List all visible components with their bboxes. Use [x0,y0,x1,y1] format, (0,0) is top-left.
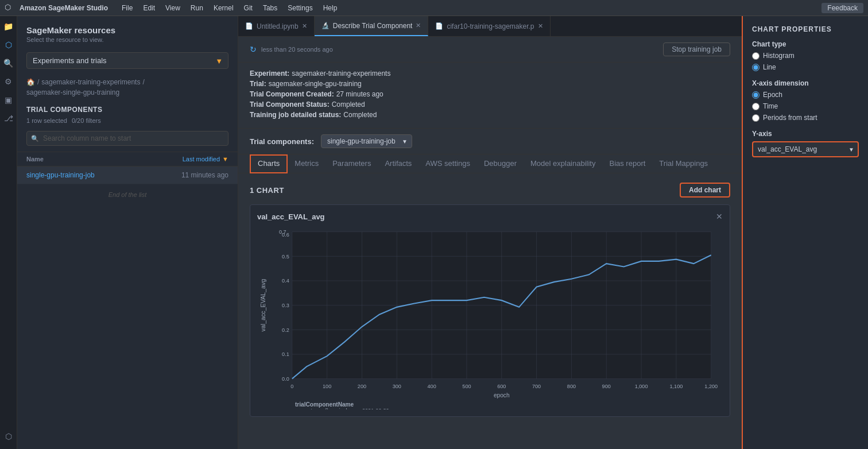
chart-container: 0.0 0.1 0.2 0.3 0.4 0.5 0.6 0.7 0 100 20… [257,226,723,409]
tab-cifar-label: cifar10-training-sagemaker.p [447,22,534,30]
refresh-label: less than 20 seconds ago [261,46,333,53]
inner-tab-artifacts[interactable]: Artifacts [378,154,418,173]
menu-items: File Edit View Run Kernel Git Tabs Setti… [117,3,342,13]
left-panel-header: SageMaker resources Select the resource … [17,16,238,48]
rail-icon-settings[interactable]: ⚙ [3,76,14,87]
time-label: Time [763,102,778,110]
menu-kernel[interactable]: Kernel [209,3,238,13]
end-of-list: End of the list [17,184,238,205]
breadcrumb-experiments[interactable]: sagemaker-training-experiments [41,78,140,86]
inner-tab-aws-settings[interactable]: AWS settings [418,154,477,173]
tab-untitled[interactable]: 📄 Untitled.ipynb ✕ [238,16,315,36]
trial-components-title: TRIAL COMPONENTS [26,106,228,114]
inner-tab-parameters[interactable]: Parameters [326,154,378,173]
svg-text:900: 900 [602,383,611,389]
created-value: 27 minutes ago [336,90,383,98]
main-container: 📁 ⬡ 🔍 ⚙ ▣ ⎇ ⬡ SageMaker resources Select… [0,16,868,449]
inner-tab-charts[interactable]: Charts [250,154,288,173]
menu-settings[interactable]: Settings [283,3,317,13]
col-modified-header[interactable]: Last modified ▼ [183,156,228,162]
svg-text:0.0: 0.0 [282,376,289,382]
histogram-radio[interactable] [752,52,760,60]
status-row: Trial Component Status:Completed [250,100,730,109]
chart-type-group: Histogram Line [752,52,859,71]
trial-components-selector[interactable]: single-gpu-training-job ▼ [321,134,412,148]
trial-components-select-input[interactable]: single-gpu-training-job [321,134,412,148]
app-title: Amazon SageMaker Studio [20,4,108,12]
home-icon[interactable]: 🏠 [26,78,35,86]
rail-icon-files[interactable]: 📁 [3,21,14,32]
charts-header: 1 CHART Add chart [250,183,730,198]
search-input[interactable] [26,131,228,146]
x-axis-periods[interactable]: Periods from start [752,114,859,122]
experiment-row: Experiment:sagemaker-training-experiment… [250,69,730,78]
add-chart-button[interactable]: Add chart [680,183,730,198]
menu-bar: ⬡ Amazon SageMaker Studio File Edit View… [0,0,868,16]
trial-components-subheader: 1 row selected 0/20 filters [17,116,238,129]
inner-tabs: Charts Metrics Parameters Artifacts AWS … [238,154,742,173]
search-box: 🔍 [26,131,228,146]
menu-tabs[interactable]: Tabs [258,3,282,13]
rail-icon-graph[interactable]: ⬡ [3,431,14,442]
rail-icon-sagemaker[interactable]: ⬡ [3,39,14,51]
row-count-label: 1 row selected [26,117,67,124]
stop-training-button[interactable]: Stop training job [663,42,730,56]
x-axis-label: X-axis dimension [752,79,859,87]
inner-tab-trial-mappings[interactable]: Trial Mappings [652,154,715,173]
chart-close-icon[interactable]: ✕ [716,212,723,221]
chart-type-line[interactable]: Line [752,63,859,71]
line-radio[interactable] [752,64,760,71]
menu-run[interactable]: Run [186,3,208,13]
rail-icon-git[interactable]: ⎇ [3,113,14,124]
svg-text:200: 200 [358,383,366,389]
time-radio[interactable] [752,103,760,110]
menu-view[interactable]: View [161,3,185,13]
feedback-button[interactable]: Feedback [822,3,863,13]
tab-describe-close[interactable]: ✕ [416,22,421,29]
left-panel-title: SageMaker resources [26,25,228,35]
y-axis-selector[interactable]: val_acc_EVAL_avg val_loss_EVAL_avg train… [752,141,859,157]
chart-type-histogram[interactable]: Histogram [752,52,859,60]
periods-radio[interactable] [752,114,760,122]
inner-tab-bias-report[interactable]: Bias report [602,154,652,173]
menu-git[interactable]: Git [239,3,257,13]
svg-text:1,000: 1,000 [635,383,648,389]
refresh-icon[interactable]: ↻ [250,45,257,54]
row-name: single-gpu-training-job [26,171,181,179]
svg-text:400: 400 [428,383,436,389]
trial-row: Trial:sagemaker-single-gpu-training [250,80,730,88]
resource-selector[interactable]: Experiments and trials Endpoints Models … [26,52,228,69]
table-row[interactable]: single-gpu-training-job 11 minutes ago [17,167,238,184]
trial-info-bar: ↻ less than 20 seconds ago Stop training… [238,37,742,63]
trial-components-row: Trial components: single-gpu-training-jo… [238,129,742,154]
tab-cifar-close[interactable]: ✕ [538,22,543,30]
menu-help[interactable]: Help [319,3,342,13]
epoch-radio[interactable] [752,91,760,99]
x-axis-time[interactable]: Time [752,102,859,110]
menu-file[interactable]: File [117,3,137,13]
tab-cifar-icon: 📄 [435,22,443,30]
tab-untitled-close[interactable]: ✕ [302,22,307,30]
tab-cifar[interactable]: 📄 cifar10-training-sagemaker.p ✕ [428,16,550,36]
y-axis-select-input[interactable]: val_acc_EVAL_avg val_loss_EVAL_avg train… [752,141,859,157]
tab-describe[interactable]: 🔬 Describe Trial Component ✕ [315,16,429,36]
inner-tab-model-explainability[interactable]: Model explainability [524,154,602,173]
menu-edit[interactable]: Edit [138,3,160,13]
rail-icon-search[interactable]: 🔍 [3,57,14,69]
inner-tab-metrics[interactable]: Metrics [288,154,326,173]
table-header: Name Last modified ▼ [17,152,238,167]
svg-text:600: 600 [497,383,506,389]
tab-bar: 📄 Untitled.ipynb ✕ 🔬 Describe Trial Comp… [238,16,742,37]
created-label: Trial Component Created: [250,90,334,98]
svg-text:0.3: 0.3 [282,303,289,308]
tab-untitled-label: Untitled.ipynb [257,22,299,30]
rail-icon-layers[interactable]: ▣ [3,94,14,106]
resource-select-input[interactable]: Experiments and trials Endpoints Models … [26,52,228,69]
svg-text:1,200: 1,200 [704,383,718,389]
x-axis-group: Epoch Time Periods from start [752,91,859,122]
inner-tab-debugger[interactable]: Debugger [477,154,524,173]
x-axis-epoch[interactable]: Epoch [752,91,859,99]
svg-text:100: 100 [323,383,331,389]
row-modified: 11 minutes ago [181,171,228,179]
chart-card-header: val_acc_EVAL_avg ✕ [257,212,723,221]
